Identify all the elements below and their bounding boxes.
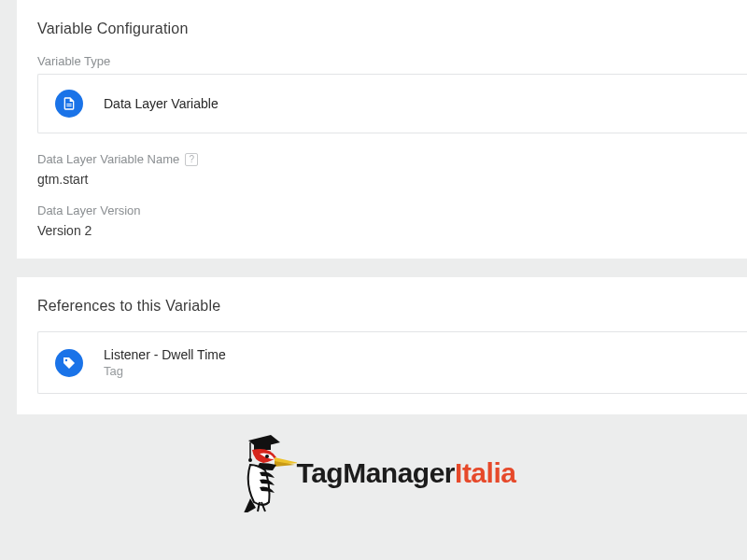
data-layer-name-label-text: Data Layer Variable Name [37, 152, 179, 166]
variable-type-card[interactable]: Data Layer Variable [37, 74, 747, 133]
woodpecker-icon [232, 433, 297, 512]
reference-item[interactable]: Listener - Dwell Time Tag [37, 331, 747, 394]
data-layer-name-label: Data Layer Variable Name ? [37, 152, 747, 166]
logo-text: TagManagerItalia [297, 457, 516, 489]
svg-point-2 [65, 358, 67, 360]
variable-type-label: Variable Type [37, 54, 747, 68]
data-layer-version-value: Version 2 [37, 223, 747, 238]
logo-part2: Italia [455, 457, 515, 488]
panel-title-refs: References to this Variable [37, 298, 747, 315]
help-icon[interactable]: ? [185, 153, 198, 166]
references-panel: References to this Variable Listener - D… [17, 277, 747, 414]
svg-rect-1 [66, 105, 71, 106]
tag-icon [55, 349, 83, 377]
data-layer-version-label: Data Layer Version [37, 203, 747, 217]
svg-point-6 [248, 458, 252, 462]
svg-point-7 [265, 455, 269, 458]
variable-configuration-panel: Variable Configuration Variable Type Dat… [17, 0, 747, 259]
logo-part1: TagManager [297, 457, 455, 488]
variable-type-name: Data Layer Variable [104, 96, 218, 111]
svg-rect-0 [66, 104, 71, 105]
data-layer-name-value: gtm.start [37, 172, 747, 187]
brand-logo: TagManagerItalia [0, 433, 747, 512]
reference-name: Listener - Dwell Time [104, 347, 226, 362]
page-icon [55, 90, 83, 118]
svg-rect-4 [254, 444, 271, 450]
reference-kind: Tag [104, 364, 226, 378]
panel-title-config: Variable Configuration [37, 21, 747, 37]
